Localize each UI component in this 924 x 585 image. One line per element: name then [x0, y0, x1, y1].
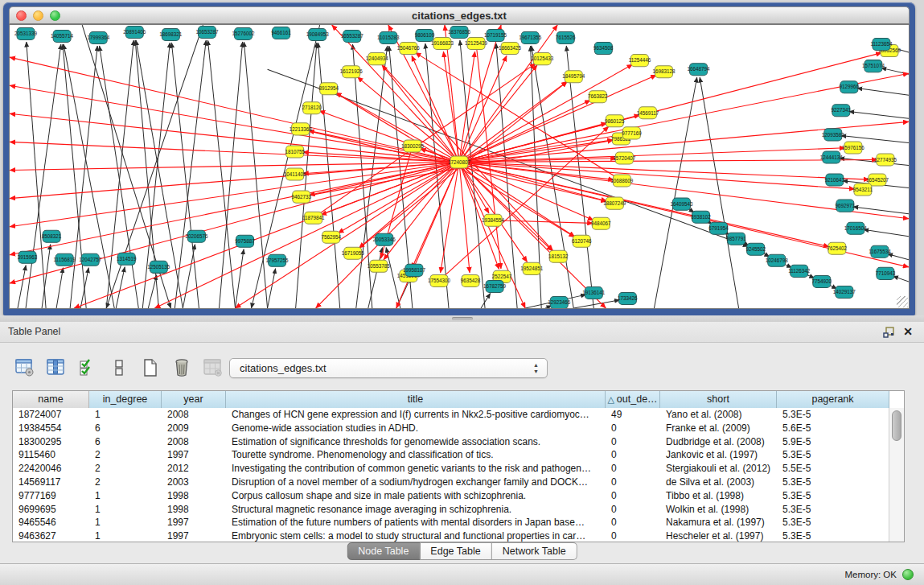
- column-header-out_de[interactable]: △out_de…: [606, 391, 660, 408]
- graph-node[interactable]: 16782759: [483, 280, 506, 292]
- table-row[interactable]: 1830029562008Estimation of significance …: [13, 435, 889, 449]
- graph-node[interactable]: 11126342: [788, 265, 811, 277]
- graph-node[interactable]: 10553785: [368, 260, 390, 272]
- column-header-year[interactable]: year: [162, 391, 226, 408]
- table-row[interactable]: 1938455462009Genome-wide association stu…: [13, 422, 889, 435]
- window-resize-grip[interactable]: [897, 296, 908, 307]
- graph-node[interactable]: 19084953: [306, 29, 329, 41]
- graph-node[interactable]: 11156819: [54, 253, 76, 266]
- graph-node[interactable]: 8508321: [42, 230, 62, 242]
- graph-node[interactable]: 9777169: [622, 127, 642, 139]
- graph-node[interactable]: 15046766: [397, 43, 420, 55]
- graph-node[interactable]: 9635428: [461, 274, 481, 286]
- graph-node[interactable]: 15751074: [862, 60, 885, 72]
- graph-node[interactable]: 1815132: [548, 250, 569, 262]
- network-graph[interactable]: 2053133914055714179993642089140618698321…: [10, 25, 909, 308]
- table-row[interactable]: 977716911998Corpus callosum shape and si…: [13, 489, 889, 503]
- rows-icon[interactable]: [109, 357, 129, 378]
- graph-node[interactable]: 19384554: [482, 214, 504, 226]
- table-row[interactable]: 1456911722003Disruption of a novel membe…: [13, 476, 889, 489]
- graph-node[interactable]: 19671355: [519, 32, 541, 44]
- graph-node[interactable]: 18300295: [401, 140, 424, 152]
- graph-node[interactable]: 18698321: [159, 29, 182, 41]
- graph-node[interactable]: 15276002: [232, 28, 255, 40]
- graph-node[interactable]: 9692971: [836, 200, 856, 212]
- graph-node[interactable]: 9245502: [745, 243, 766, 255]
- graph-node[interactable]: 2718120: [302, 102, 322, 114]
- graph-node[interactable]: 12093582: [822, 129, 844, 141]
- graph-node[interactable]: 18376856: [448, 27, 470, 39]
- graph-node[interactable]: 14569117: [637, 107, 659, 119]
- graph-node[interactable]: 9466161: [271, 27, 291, 39]
- table-row[interactable]: 911546021997Tourette syndrome. Phenomeno…: [13, 448, 889, 462]
- delete-icon[interactable]: [171, 357, 192, 378]
- graph-node[interactable]: 11015283: [377, 32, 400, 44]
- graph-node[interactable]: 12774935: [874, 154, 897, 166]
- graph-node[interactable]: 10653287: [195, 27, 218, 39]
- graph-node[interactable]: 20206576: [185, 230, 207, 242]
- graph-node[interactable]: 10688609: [610, 175, 633, 187]
- column-header-in_degree[interactable]: in_degree: [89, 391, 162, 408]
- graph-node[interactable]: 16648794: [688, 64, 710, 76]
- network-window-titlebar[interactable]: citations_edges.txt: [9, 6, 910, 24]
- graph-node[interactable]: 7754920: [812, 275, 832, 287]
- graph-node[interactable]: 9484067: [591, 217, 611, 229]
- graph-node[interactable]: 3915963: [18, 251, 38, 263]
- graph-node[interactable]: 6120746: [572, 235, 592, 247]
- graph-node[interactable]: 18495794: [562, 71, 585, 83]
- panel-splitter[interactable]: [0, 315, 924, 322]
- graph-node[interactable]: 6791954: [708, 222, 729, 234]
- graph-node[interactable]: 17240807: [448, 156, 470, 168]
- graph-node[interactable]: 9462733: [291, 191, 311, 203]
- graph-node[interactable]: 12042757: [79, 253, 101, 266]
- graph-node[interactable]: 16719055: [342, 247, 364, 259]
- graph-node[interactable]: 10246798: [766, 254, 788, 266]
- graph-node[interactable]: 9975887: [235, 235, 255, 247]
- graph-node[interactable]: 9227341: [832, 105, 852, 117]
- table-row[interactable]: 969969511998Structural magnetic resonanc…: [13, 503, 889, 517]
- table-selector-dropdown[interactable]: citations_edges.txt ▲▼: [229, 358, 548, 378]
- column-header-pagerank[interactable]: pagerank: [777, 391, 889, 408]
- table-settings-icon[interactable]: [14, 357, 35, 378]
- graph-node[interactable]: 10719155: [484, 30, 507, 42]
- vertical-scrollbar[interactable]: [889, 408, 904, 542]
- graph-node[interactable]: 9860125: [605, 115, 625, 127]
- column-chooser-icon[interactable]: [46, 357, 67, 378]
- graph-node[interactable]: 19136141: [582, 286, 605, 299]
- graph-node[interactable]: 8938102: [691, 211, 711, 223]
- graph-node[interactable]: 7615526: [556, 32, 576, 44]
- graph-node[interactable]: 14055714: [51, 31, 73, 43]
- graph-node[interactable]: 17554300: [428, 274, 450, 286]
- graph-node[interactable]: 7562954: [321, 231, 341, 243]
- graph-node[interactable]: 9210643: [825, 174, 845, 186]
- graph-node[interactable]: 12125439: [465, 38, 487, 50]
- graph-node[interactable]: 20053346: [373, 233, 396, 245]
- graph-node[interactable]: 8912954: [318, 83, 339, 95]
- float-window-icon[interactable]: [882, 326, 895, 339]
- graph-node[interactable]: 16121926: [340, 66, 363, 78]
- graph-node[interactable]: 19166823: [431, 38, 454, 50]
- graph-node[interactable]: 12404934: [366, 53, 388, 65]
- table-row[interactable]: 946362711997Embryonic stem cells: a mode…: [13, 529, 889, 542]
- graph-node[interactable]: 19524851: [520, 262, 543, 274]
- graph-node[interactable]: 1810755: [285, 146, 305, 158]
- close-panel-icon[interactable]: ✕: [901, 324, 914, 339]
- graph-node[interactable]: 17999364: [87, 32, 109, 44]
- tab-node-table[interactable]: Node Table: [347, 542, 420, 560]
- graph-node[interactable]: 16983128: [652, 66, 675, 78]
- graph-node[interactable]: 19958107: [403, 264, 425, 276]
- graph-node[interactable]: 14029137: [833, 286, 856, 298]
- graph-node[interactable]: 11254446: [629, 55, 651, 67]
- column-header-short[interactable]: short: [660, 391, 777, 408]
- graph-node[interactable]: 9857791: [726, 233, 746, 245]
- graph-node[interactable]: 12213363: [290, 123, 312, 135]
- network-canvas[interactable]: 2053133914055714179993642089140618698321…: [9, 24, 910, 309]
- new-file-icon[interactable]: [140, 357, 161, 378]
- graph-node[interactable]: 20891406: [123, 27, 146, 39]
- graph-node[interactable]: 11675534: [869, 245, 891, 257]
- column-header-title[interactable]: title: [226, 391, 606, 408]
- graph-node[interactable]: 9634508: [593, 43, 614, 55]
- table-row[interactable]: 1872400712008Changes of HCN gene express…: [13, 408, 889, 422]
- scrollbar-thumb[interactable]: [892, 410, 901, 441]
- table-row[interactable]: 946554611997Estimation of the future num…: [13, 516, 889, 529]
